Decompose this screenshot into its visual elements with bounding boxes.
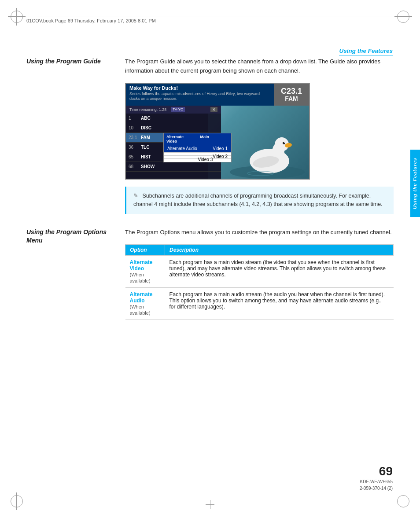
submenu-row-1[interactable]: Alternate Audio Video 1 (164, 145, 231, 153)
file-info-bar: 01COV.book Page 69 Thursday, February 17… (26, 16, 394, 23)
submenu-col2: Main (198, 133, 232, 145)
corner-mark-tr (394, 8, 412, 26)
section-guide-title: Using the Program Guide (26, 57, 114, 66)
section-options-right: The Program Options menu allows you to c… (125, 228, 394, 320)
guide-top-bar: Make Way for Ducks! Series follows the a… (126, 84, 309, 106)
ch-num-10: 10 (129, 125, 141, 130)
svg-point-4 (283, 142, 285, 144)
section-options-title: Using the Program Options Menu (26, 228, 114, 245)
options-table: Option Description Alternate Video (When… (125, 244, 394, 320)
guide-channel-badge: C23.1 FAM (274, 84, 309, 106)
col-option-header: Option (125, 245, 165, 256)
bottom-center-mark (206, 500, 214, 505)
page-header: Using the Features (339, 48, 393, 55)
ch-name-10: DISC (141, 125, 151, 130)
section-guide-left: Using the Program Guide (26, 57, 114, 214)
bottom-info: KDF-WE/WF655 2-059-370-14 (2) (360, 478, 393, 492)
note-icon: ✎ (133, 192, 138, 200)
ch-name-65: HIST (141, 154, 151, 159)
opt-name-2: Alternate Audio (When available) (125, 288, 165, 320)
section-guide-desc: The Program Guide allows you to select t… (125, 57, 394, 76)
guide-channel-row-1[interactable]: 1 ABC (126, 114, 221, 123)
guide-title-area: Make Way for Ducks! Series follows the a… (126, 84, 274, 106)
time-remaining: Time remaining: 1:28 (129, 107, 166, 112)
section-guide: Using the Program Guide The Program Guid… (26, 57, 394, 214)
ch-name-68: SHOW (141, 164, 155, 169)
corner-mark-tl (8, 8, 26, 26)
tv-guide-image: Make Way for Ducks! Series follows the a… (125, 83, 310, 180)
opt-desc-2: Each program has a main audio stream (th… (165, 288, 394, 320)
guide-channel-row-68[interactable]: 68 SHOW (126, 162, 221, 172)
page-number: 69 (379, 464, 393, 478)
options-row-1: Alternate Video (When available) Each pr… (125, 256, 394, 288)
guide-channel-name: FAM (285, 95, 298, 102)
section-options-left: Using the Program Options Menu (26, 228, 114, 320)
ch-name-23: FAM (141, 135, 150, 140)
ch-num-36: 36 (129, 145, 141, 150)
side-tab: Using the Features (410, 150, 420, 217)
options-table-header-row: Option Description (125, 245, 394, 256)
part-number: 2-059-370-14 (2) (360, 485, 393, 492)
opt-name-1: Alternate Video (When available) (125, 256, 165, 288)
submenu-row-2[interactable]: Video 2 (164, 153, 231, 156)
submenu-col1: Alternate Video (164, 133, 198, 145)
col-description-header: Description (165, 245, 394, 256)
guide-show-desc: Series follows the aquatic misadventures… (129, 92, 270, 102)
corner-mark-br (394, 492, 412, 510)
page-header-title: Using the Features (339, 48, 393, 54)
ch-name-1: ABC (141, 116, 151, 121)
main-content: Using the Program Guide The Program Guid… (26, 57, 394, 320)
submenu-video3: Video 3 (198, 157, 213, 162)
submenu-video2: Video 2 (213, 154, 228, 159)
svg-point-5 (284, 142, 285, 143)
section-guide-right: The Program Guide allows you to select t… (125, 57, 394, 214)
guide-timer-bar: Time remaining: 1:28 TV-YC ✕ (126, 106, 221, 114)
submenu-header: Alternate Video Main (164, 133, 231, 145)
ch-num-1: 1 (129, 116, 141, 121)
ch-num-68: 68 (129, 164, 141, 169)
ch-name-36: TLC (141, 145, 149, 150)
duck-illustration (230, 121, 305, 179)
tv-rating: TV-YC (171, 107, 185, 112)
guide-show-title: Make Way for Ducks! (129, 85, 270, 91)
ch-num-65: 65 (129, 154, 141, 159)
note-box: ✎ Subchannels are additional channels of… (125, 187, 394, 214)
submenu-alt-audio: Alternate Audio (167, 146, 197, 151)
corner-mark-bl (8, 492, 26, 510)
guide-channel-num: C23.1 (281, 87, 302, 95)
opt-desc-1: Each program has a main video stream (th… (165, 256, 394, 288)
guide-submenu: Alternate Video Main Alternate Audio Vid… (163, 133, 232, 162)
guide-channel-row-10[interactable]: 10 DISC (126, 123, 221, 133)
product-code: KDF-WE/WF655 (360, 478, 393, 485)
file-info-text: 01COV.book Page 69 Thursday, February 17… (26, 18, 156, 23)
ch-num-23: 23.1 (129, 135, 141, 140)
section-options: Using the Program Options Menu The Progr… (26, 228, 394, 320)
close-btn[interactable]: ✕ (210, 107, 217, 112)
options-row-2: Alternate Audio (When available) Each pr… (125, 288, 394, 320)
section-options-desc: The Program Options menu allows you to c… (125, 228, 394, 237)
submenu-video1: Video 1 (213, 146, 228, 151)
note-text: Subchannels are additional channels of p… (133, 193, 383, 207)
